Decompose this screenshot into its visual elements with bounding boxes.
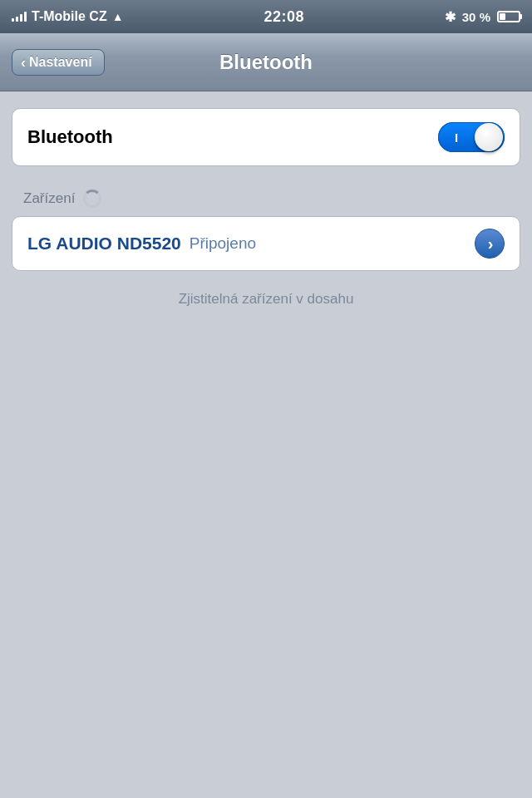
device-detail-button[interactable]: › [475, 229, 505, 259]
carrier-label: T-Mobile CZ [32, 9, 107, 24]
battery-icon [497, 11, 520, 22]
status-right: ✱ 30 % [445, 9, 520, 25]
status-bar: T-Mobile CZ ▲ 22:08 ✱ 30 % [0, 0, 532, 33]
battery-percent: 30 % [462, 10, 490, 24]
page-title: Bluetooth [219, 51, 313, 74]
wifi-icon: ▲ [112, 10, 124, 23]
content-area: Bluetooth I Zařízení LG AUDIO ND5520 Při… [0, 91, 532, 332]
device-status: Připojeno [190, 234, 256, 253]
back-chevron-icon: ‹ [21, 55, 26, 70]
bluetooth-row: Bluetooth I [12, 109, 520, 165]
device-list: LG AUDIO ND5520 Připojeno › [12, 216, 520, 271]
detail-chevron-icon: › [488, 235, 494, 252]
devices-section-header: Zařízení [12, 186, 520, 216]
status-time: 22:08 [264, 8, 304, 26]
toggle-text: I [455, 131, 458, 145]
back-button-label: Nastavení [29, 55, 92, 70]
discoverable-note: Zjistitelná zařízení v dosahu [12, 283, 520, 316]
bluetooth-status-icon: ✱ [445, 9, 456, 25]
device-info: LG AUDIO ND5520 Připojeno [27, 234, 256, 254]
devices-label: Zařízení [23, 190, 75, 207]
toggle-knob [475, 123, 503, 151]
bluetooth-toggle[interactable]: I [438, 122, 505, 152]
nav-bar: ‹ Nastavení Bluetooth [0, 33, 532, 91]
bluetooth-settings-section: Bluetooth I [12, 108, 520, 166]
loading-spinner-icon [83, 190, 101, 208]
signal-bars-icon [12, 12, 27, 22]
back-button[interactable]: ‹ Nastavení [12, 49, 105, 76]
table-row[interactable]: LG AUDIO ND5520 Připojeno › [12, 217, 520, 270]
status-left: T-Mobile CZ ▲ [12, 9, 124, 24]
device-name: LG AUDIO ND5520 [27, 234, 181, 254]
bluetooth-label: Bluetooth [27, 126, 113, 148]
